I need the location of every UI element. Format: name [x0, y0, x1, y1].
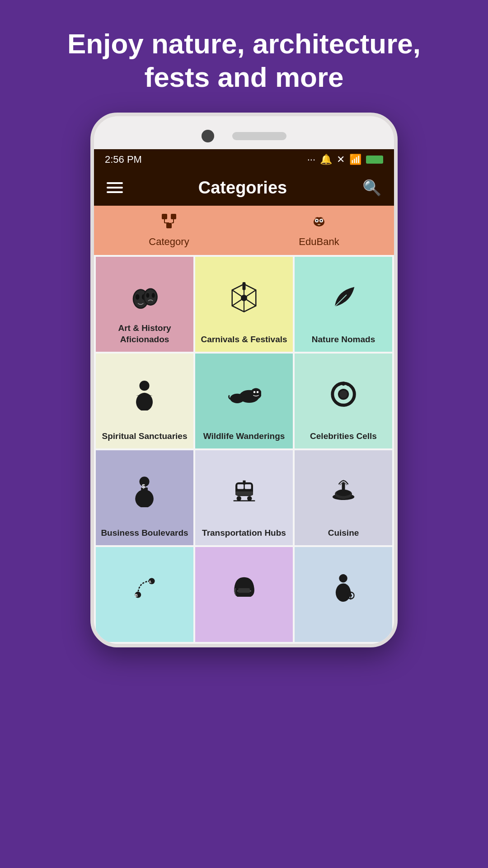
svg-point-11	[320, 220, 322, 222]
svg-line-28	[232, 290, 244, 298]
svg-point-45	[341, 382, 345, 386]
masks-icon	[129, 266, 160, 330]
battery-icon	[366, 156, 383, 164]
svg-rect-2	[166, 223, 172, 228]
camera-circle	[202, 130, 214, 142]
svg-rect-58	[243, 481, 245, 484]
leaf-icon	[329, 266, 358, 330]
svg-rect-62	[342, 482, 345, 493]
svg-point-38	[256, 391, 258, 393]
helmet-icon	[230, 556, 259, 620]
hero-text: Enjoy nature, architecture, fests and mo…	[0, 0, 488, 113]
svg-point-20	[152, 293, 155, 298]
nature-label: Nature Nomads	[298, 334, 389, 345]
category-carnivals[interactable]: Carnivals & Festivals	[195, 257, 293, 352]
wifi-icon: 📶	[349, 154, 361, 165]
category-celebrities[interactable]: Celebrities Cells	[295, 354, 392, 448]
hero-section: Enjoy nature, architecture, fests and mo…	[0, 0, 488, 113]
svg-text:B: B	[135, 593, 137, 598]
svg-point-10	[316, 220, 318, 222]
svg-point-56	[247, 496, 252, 501]
svg-point-15	[136, 294, 140, 299]
svg-text:$: $	[142, 483, 145, 490]
svg-point-37	[253, 391, 255, 393]
svg-rect-53	[244, 485, 251, 489]
transport-label: Transportation Hubs	[199, 528, 289, 539]
phone-notch	[94, 125, 394, 149]
category-cuisine[interactable]: Cuisine	[295, 450, 392, 545]
tab-edubank[interactable]: EduBank	[244, 206, 394, 255]
svg-point-19	[146, 293, 150, 298]
businessman-icon: $	[131, 459, 158, 524]
svg-rect-67	[238, 588, 250, 593]
train-icon	[230, 459, 259, 524]
carousel-icon	[228, 266, 260, 330]
bell-icon: 🔔	[320, 154, 332, 165]
monk-icon	[131, 363, 158, 427]
dish-icon	[329, 459, 358, 524]
celebrities-label: Celebrities Cells	[298, 431, 389, 442]
svg-point-44	[339, 391, 347, 398]
top-bar: Categories 🔍	[94, 170, 394, 206]
svg-rect-54	[235, 491, 253, 495]
svg-rect-1	[171, 214, 176, 219]
art-history-label: Art & History Aficionados	[99, 323, 190, 345]
svg-point-40	[233, 395, 237, 399]
category-transport[interactable]: Transportation Hubs	[195, 450, 293, 545]
svg-point-33	[141, 385, 148, 388]
page-title: Categories	[198, 178, 287, 198]
tab-bar: Category EduBank	[94, 206, 394, 255]
owl-icon	[311, 213, 327, 233]
category-art-history[interactable]: Art & History Aficionados	[96, 257, 193, 352]
x-icon: ✕	[337, 154, 345, 165]
svg-point-35	[250, 388, 261, 400]
carnivals-label: Carnivals & Festivals	[199, 334, 289, 345]
svg-point-7	[314, 217, 324, 226]
tab-category[interactable]: Category	[94, 206, 244, 255]
svg-line-25	[244, 298, 256, 306]
status-bar: 2:56 PM ··· 🔔 ✕ 📶	[94, 149, 394, 170]
tab-edubank-label: EduBank	[299, 236, 339, 248]
svg-point-18	[145, 289, 156, 304]
person-location-icon	[330, 556, 357, 620]
svg-rect-29	[243, 282, 246, 290]
categories-grid: Art & History Aficionados Carnivals & Fe…	[94, 255, 394, 644]
tab-category-label: Category	[149, 236, 189, 248]
svg-text:A: A	[148, 580, 151, 584]
svg-point-68	[339, 574, 347, 582]
svg-point-55	[236, 496, 241, 501]
menu-icon[interactable]	[107, 182, 123, 193]
svg-point-41	[241, 395, 245, 399]
category-business[interactable]: $ Business Boulevards	[96, 450, 193, 545]
svg-line-27	[232, 298, 244, 306]
lion-icon	[227, 363, 261, 427]
svg-rect-52	[237, 485, 244, 489]
time-display: 2:56 PM	[105, 154, 142, 165]
status-icons: ··· 🔔 ✕ 📶	[307, 154, 383, 165]
svg-point-71	[349, 594, 352, 597]
route-icon: B A	[130, 556, 160, 620]
speaker-bar	[232, 132, 286, 140]
category-icon	[161, 213, 177, 233]
svg-rect-0	[162, 214, 167, 219]
svg-line-24	[244, 290, 256, 298]
category-row4-2[interactable]	[195, 547, 293, 642]
search-icon[interactable]: 🔍	[362, 179, 381, 197]
category-spiritual[interactable]: Spiritual Sanctuaries	[96, 354, 193, 448]
category-wildlife[interactable]: Wildlife Wanderings	[195, 354, 293, 448]
category-row4-1[interactable]: B A	[96, 547, 193, 642]
wildlife-label: Wildlife Wanderings	[199, 431, 289, 442]
cuisine-label: Cuisine	[298, 528, 389, 539]
business-label: Business Boulevards	[99, 528, 190, 539]
spiritual-label: Spiritual Sanctuaries	[99, 431, 190, 442]
ring-icon	[329, 363, 358, 427]
dots-icon: ···	[307, 154, 315, 165]
category-nature[interactable]: Nature Nomads	[295, 257, 392, 352]
category-row4-3[interactable]	[295, 547, 392, 642]
phone-frame: 2:56 PM ··· 🔔 ✕ 📶 Categories 🔍	[90, 113, 398, 647]
